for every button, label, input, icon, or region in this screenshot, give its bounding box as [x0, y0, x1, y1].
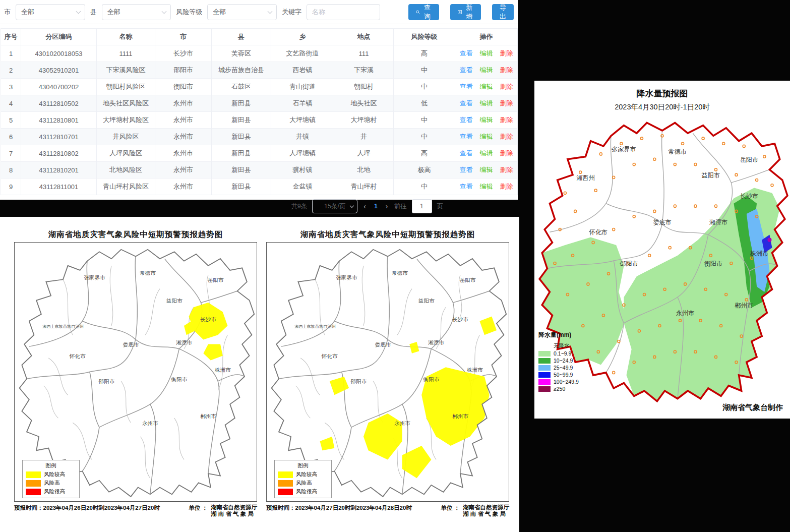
legend-item: 10~24.9	[538, 358, 594, 364]
view-link[interactable]: 查看	[460, 166, 473, 173]
city-label: 长沙市	[200, 317, 216, 322]
city-label: 长沙市	[452, 317, 468, 322]
legend-label: 100~249.9	[554, 379, 579, 385]
trend-map-title: 湖南省地质灾害气象风险中短期预警预报趋势图	[14, 229, 257, 240]
column-header: 乡	[271, 29, 334, 45]
table-cell: 下宋溪风险区	[97, 62, 155, 79]
view-link[interactable]: 查看	[460, 116, 473, 124]
city-label: 娄底市	[123, 342, 139, 347]
table-cell: 4301020018053	[21, 45, 97, 62]
city-label: 湘潭市	[176, 340, 192, 345]
table-row: 143010200180531111长沙市芙蓉区文艺路街道111高查看编辑删除	[1, 45, 518, 62]
view-link[interactable]: 查看	[460, 49, 473, 57]
city-label: 怀化市	[69, 353, 86, 359]
legend-label: 风险高	[296, 480, 312, 487]
view-link[interactable]: 查看	[460, 133, 473, 140]
table-cell: 新田县	[212, 179, 271, 195]
city-select-value: 全部	[21, 8, 34, 17]
page-size-select[interactable]: 15条/页	[312, 199, 357, 213]
legend-label: 25~49.9	[554, 365, 573, 371]
delete-link[interactable]: 删除	[500, 133, 513, 140]
view-link[interactable]: 查看	[460, 183, 473, 190]
delete-link[interactable]: 删除	[500, 66, 513, 74]
table-cell: 新田县	[212, 145, 271, 162]
table-cell: 人坪塘镇	[271, 145, 334, 162]
county-select[interactable]: 全部	[102, 4, 171, 20]
table-cell: 43112811001	[21, 179, 97, 195]
delete-link[interactable]: 删除	[500, 166, 513, 173]
next-page-button[interactable]: ›	[385, 202, 389, 210]
unit-label: 单位 ：	[189, 504, 208, 517]
delete-link[interactable]: 删除	[500, 149, 513, 157]
edit-link[interactable]: 编辑	[480, 99, 493, 107]
legend-item: 风险很高	[26, 488, 76, 495]
city-label: 张家界市	[84, 275, 105, 280]
keyword-input[interactable]	[307, 4, 380, 20]
edit-link[interactable]: 编辑	[480, 149, 493, 157]
actions-cell: 查看编辑删除	[455, 62, 518, 79]
actions-cell: 查看编辑删除	[455, 145, 518, 162]
export-button[interactable]: 导出	[492, 4, 514, 20]
city-label: 湘西州	[576, 174, 594, 182]
table-cell: 大坪塘村风险区	[97, 112, 155, 129]
table-cell: 43112810802	[21, 145, 97, 162]
edit-link[interactable]: 编辑	[480, 166, 493, 173]
risk-select[interactable]: 全部	[207, 4, 277, 20]
delete-link[interactable]: 删除	[500, 83, 513, 90]
view-link[interactable]: 查看	[460, 83, 473, 90]
city-label: 衡阳市	[171, 377, 188, 382]
add-button[interactable]: 新增	[450, 4, 481, 20]
table-cell: 5	[1, 112, 21, 129]
city-label: 岳阳市	[208, 277, 224, 283]
goto-page-input[interactable]	[412, 199, 432, 213]
table-cell: 井镇	[271, 129, 334, 145]
edit-link[interactable]: 编辑	[480, 83, 493, 90]
city-filter-label: 市	[4, 8, 11, 17]
table-cell: 下宋溪	[334, 62, 394, 79]
precip-legend: 降水量(mm) 无降水0.1~9.910~24.925~49.950~99.91…	[538, 331, 594, 392]
prev-page-button[interactable]: ‹	[362, 202, 367, 210]
city-select[interactable]: 全部	[16, 4, 85, 20]
search-button[interactable]: 查询	[408, 4, 439, 20]
table-cell: 低	[394, 95, 455, 112]
view-link[interactable]: 查看	[460, 99, 473, 107]
edit-link[interactable]: 编辑	[480, 183, 493, 190]
edit-link[interactable]: 编辑	[480, 66, 493, 74]
precip-map-panel: 降水量预报图 2023年4月30日20时-1日20时 湘西州张家界市常德市岳阳市…	[534, 81, 790, 419]
city-label: 永州市	[142, 421, 158, 426]
edit-link[interactable]: 编辑	[480, 116, 493, 124]
delete-link[interactable]: 删除	[500, 99, 513, 107]
table-cell: 永州市	[155, 162, 212, 179]
table-cell: 文艺路街道	[271, 45, 334, 62]
legend-label: 10~24.9	[554, 358, 573, 364]
view-link[interactable]: 查看	[460, 149, 473, 157]
table-cell: 朝阳村	[334, 79, 394, 95]
legend-item: 无降水	[538, 342, 594, 349]
keyword-label: 关键字	[282, 8, 301, 17]
table-cell: 43040700202	[21, 79, 97, 95]
table-cell: 邵阳市	[155, 62, 212, 79]
table-cell: 111	[334, 45, 394, 62]
current-page[interactable]: 1	[372, 203, 380, 210]
view-link[interactable]: 查看	[460, 66, 473, 74]
legend-label: 风险高	[44, 480, 60, 487]
column-header: 县	[212, 29, 271, 45]
table-cell: 新田县	[212, 162, 271, 179]
legend-title: 降水量(mm)	[538, 331, 594, 339]
legend-swatch	[538, 351, 551, 357]
table-row: 543112810801大坪塘村风险区永州市新田县大坪塘镇大坪塘村中查看编辑删除	[1, 112, 518, 129]
edit-link[interactable]: 编辑	[480, 49, 493, 57]
delete-link[interactable]: 删除	[500, 183, 513, 190]
city-label: 湘西土家族苗族自治州	[42, 325, 84, 329]
table-cell: 北地	[334, 162, 394, 179]
actions-cell: 查看编辑删除	[455, 95, 518, 112]
legend-swatch	[538, 386, 551, 392]
table-cell: 永州市	[155, 145, 212, 162]
city-label: 湘潭市	[428, 340, 444, 345]
edit-link[interactable]: 编辑	[480, 133, 493, 140]
delete-link[interactable]: 删除	[500, 116, 513, 124]
table-cell: 1111	[97, 45, 155, 62]
table-cell: 井风险区	[97, 129, 155, 145]
delete-link[interactable]: 删除	[500, 49, 513, 57]
toolbar: 查询 新增 导出	[408, 4, 514, 20]
